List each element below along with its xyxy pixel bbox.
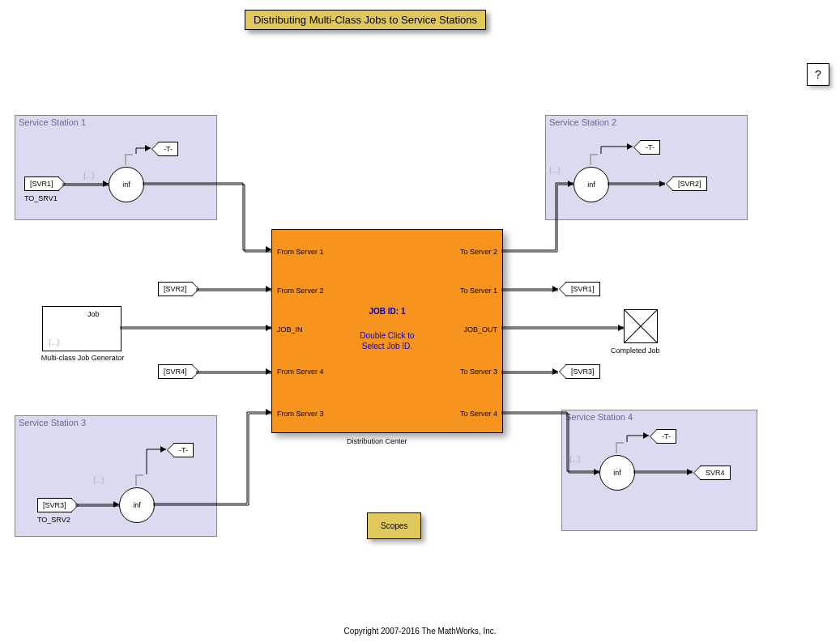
svg-marker-9 [552, 286, 558, 292]
station2-stub-icon [590, 154, 591, 165]
svr2-from-tag[interactable]: [SVR2] [158, 282, 193, 296]
station-2-label: Service Station 2 [549, 117, 616, 127]
station3-server-circle[interactable]: inf [119, 487, 155, 523]
svg-marker-4 [266, 409, 271, 415]
service-station-1[interactable]: Service Station 1 [15, 115, 217, 220]
svr2-goto-tag[interactable]: [SVR2] [672, 176, 707, 191]
station-4-label: Service Station 4 [565, 412, 633, 422]
station1-stub2-icon [126, 154, 133, 155]
station4-t-tag[interactable]: -T- [656, 429, 676, 444]
job-generator-outport: Job [87, 310, 100, 318]
copyright-text: Copyright 2007-2016 The MathWorks, Inc. [0, 627, 840, 636]
port-to-server-4: To Server 4 [460, 410, 497, 418]
svr3-tag-label: TO_SRV2 [37, 516, 70, 524]
station2-curly: {...} [549, 166, 561, 174]
station-1-label: Service Station 1 [19, 117, 86, 127]
station4-server-circle[interactable]: inf [599, 455, 635, 491]
station1-server-circle[interactable]: inf [109, 167, 144, 202]
port-from-server-4: From Server 4 [277, 368, 324, 376]
station2-stub2-icon [591, 154, 598, 155]
station1-t-tag[interactable]: -T- [158, 142, 178, 156]
generator-curly: {...} [49, 338, 60, 347]
svg-marker-2 [266, 325, 271, 331]
hint-line-2: Select Job ID. [272, 342, 502, 351]
station4-curly: {...} [569, 455, 581, 463]
port-to-server-1: To Server 1 [460, 287, 497, 295]
port-from-server-3: From Server 3 [277, 410, 324, 418]
svr3-goto-tag[interactable]: [SVR3] [565, 364, 600, 379]
svr1-tag-label: TO_SRV1 [24, 194, 58, 202]
svr3-from-tag[interactable]: [SVR3] [37, 498, 72, 512]
svg-marker-1 [266, 286, 271, 292]
completed-job-label: Completed Job [611, 347, 660, 355]
station3-curly: {...} [93, 476, 104, 484]
port-to-server-3: To Server 3 [460, 368, 497, 376]
diagram-title: Distributing Multi-Class Jobs to Service… [245, 10, 486, 30]
station2-server-circle[interactable]: inf [574, 167, 609, 202]
hint-line-1: Double Click to [272, 331, 502, 340]
job-id-text: JOB ID: 1 [272, 307, 502, 316]
station2-t-tag[interactable]: -T- [640, 140, 660, 155]
svg-marker-10 [618, 325, 624, 331]
svr4-goto-tag[interactable]: SVR4 [700, 466, 731, 480]
svg-marker-11 [552, 368, 558, 375]
station3-stub2-icon [137, 474, 143, 476]
distribution-center-block[interactable]: From Server 1 From Server 2 JOB_IN From … [271, 229, 503, 433]
svr1-goto-tag[interactable]: [SVR1] [565, 282, 600, 296]
svr1-from-tag[interactable]: [SVR1] [24, 176, 59, 191]
terminator-block[interactable] [624, 309, 658, 343]
svg-marker-3 [266, 368, 271, 375]
port-from-server-2: From Server 2 [277, 287, 324, 295]
help-button[interactable]: ? [807, 63, 829, 86]
distribution-center-caption: Distribution Center [347, 437, 407, 445]
port-from-server-1: From Server 1 [277, 248, 324, 256]
scopes-block[interactable]: Scopes [367, 512, 421, 539]
station3-t-tag[interactable]: -T- [173, 443, 194, 457]
job-generator-caption: Multi-class Job Generator [34, 354, 131, 362]
station1-curly: {...} [83, 172, 95, 180]
station3-stub-icon [135, 474, 137, 486]
station1-stub-icon [125, 154, 126, 165]
model-canvas: Distributing Multi-Class Jobs to Service… [0, 0, 840, 642]
svr4-from-tag[interactable]: [SVR4] [158, 364, 193, 379]
station4-stub2-icon [617, 442, 624, 444]
port-to-server-2: To Server 2 [460, 248, 497, 256]
svg-marker-0 [266, 246, 271, 253]
station4-stub-icon [616, 442, 617, 453]
station-3-label: Service Station 3 [19, 418, 86, 427]
service-station-2[interactable]: Service Station 2 [545, 115, 748, 220]
